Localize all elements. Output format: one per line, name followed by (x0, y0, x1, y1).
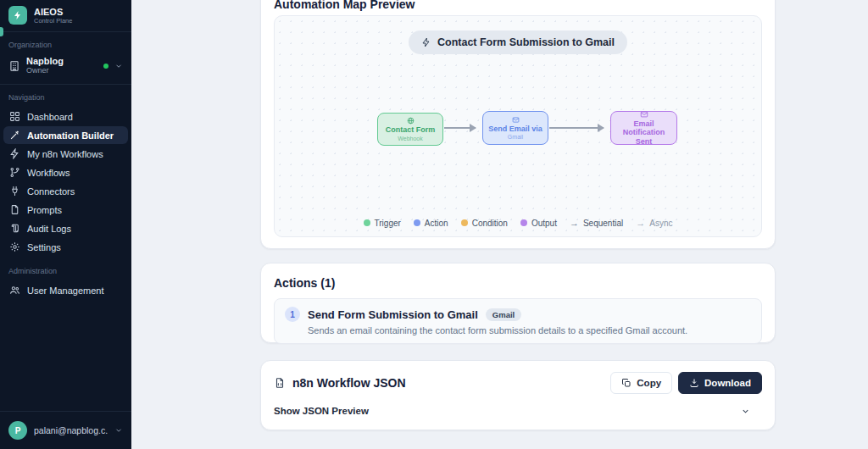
workflow-title: Contact Form Submission to Gmail (437, 36, 615, 48)
plug-icon (9, 186, 20, 197)
chevron-down-icon (114, 426, 123, 435)
node-subtitle: Gmail (508, 134, 523, 140)
zap-icon (9, 148, 20, 159)
legend: Trigger Action Condition Output →Sequent… (275, 218, 761, 228)
sidebar-item-my-n8n-workflows[interactable]: My n8n Workflows (3, 145, 128, 163)
arrow-icon: → (636, 218, 645, 228)
json-preview-toggle[interactable]: Show JSON Preview (274, 406, 762, 416)
sidebar-item-label: My n8n Workflows (27, 149, 103, 159)
sidebar-item-settings[interactable]: Settings (3, 238, 128, 256)
legend-action: Action (414, 219, 448, 228)
download-button[interactable]: Download (678, 372, 762, 394)
download-icon (689, 378, 699, 388)
user-email: palani@napblog.c... (34, 425, 108, 435)
mail-icon (512, 116, 520, 124)
page-title: Automation Map Preview (274, 0, 762, 11)
sidebar-item-label: Workflows (27, 168, 70, 178)
zap-icon (13, 10, 23, 20)
legend-label: Sequential (583, 219, 623, 228)
sidebar-item-audit-logs[interactable]: Audit Logs (3, 219, 128, 237)
sidebar-item-label: User Management (27, 285, 104, 296)
edge-arrow (444, 127, 476, 129)
node-title: Contact Form (386, 125, 436, 135)
sidebar-item-connectors[interactable]: Connectors (3, 182, 128, 200)
building-icon (8, 60, 20, 72)
map-canvas: Contact Form Submission to Gmail Contact… (274, 15, 762, 237)
node-send-email[interactable]: Send Email via Gmail (482, 111, 548, 145)
json-preview-label: Show JSON Preview (274, 406, 369, 416)
legend-output: Output (520, 219, 557, 228)
administration-section-label: Administration (0, 258, 131, 279)
brand-subtitle: Control Plane (34, 17, 72, 25)
automation-map-card: Automation Map Preview Contact Form Subm… (260, 0, 776, 249)
legend-label: Action (425, 219, 448, 228)
sidebar: AIEOS Control Plane Organization Napblog… (0, 0, 131, 449)
node-subtitle: Webhook (398, 136, 422, 141)
user-menu[interactable]: P palani@napblog.c... (0, 411, 131, 449)
nav-list: Dashboard Automation Builder My n8n Work… (0, 105, 131, 258)
organization-name: Napblog (26, 56, 64, 66)
node-email-notification[interactable]: Email Notification Sent (610, 111, 677, 145)
avatar: P (8, 421, 27, 440)
sidebar-item-label: Dashboard (27, 112, 73, 122)
branch-icon (9, 167, 20, 178)
node-contact-form[interactable]: Contact Form Webhook (377, 113, 443, 146)
copy-icon (621, 378, 632, 388)
action-service-badge: Gmail (486, 308, 521, 321)
sidebar-item-label: Prompts (27, 205, 62, 215)
organization-switcher[interactable]: Napblog Owner (0, 53, 131, 85)
gear-icon (9, 241, 20, 252)
legend-label: Output (531, 219, 557, 228)
organization-role: Owner (26, 66, 64, 75)
node-title: Send Email via (488, 125, 542, 134)
legend-condition: Condition (461, 219, 508, 228)
sidebar-item-prompts[interactable]: Prompts (3, 201, 128, 219)
zap-icon (421, 37, 431, 47)
mail-icon (640, 110, 648, 119)
action-description: Sends an email containing the contact fo… (308, 325, 751, 335)
json-file-icon (274, 377, 286, 389)
output-dot (520, 219, 527, 226)
organization-section-label: Organization (0, 32, 131, 53)
file-icon (9, 204, 20, 215)
sidebar-item-label: Audit Logs (27, 224, 71, 234)
json-section-title: n8n Workflow JSON (292, 376, 406, 390)
action-list-item[interactable]: 1 Send Form Submission to Gmail Gmail Se… (274, 298, 762, 344)
sidebar-item-automation-builder[interactable]: Automation Builder (3, 126, 128, 144)
globe-icon (407, 117, 415, 125)
node-title: Email Notification Sent (615, 119, 673, 147)
arrow-icon: → (570, 218, 579, 228)
sidebar-item-workflows[interactable]: Workflows (3, 164, 128, 181)
admin-list: User Management (0, 279, 131, 302)
legend-label: Condition (472, 219, 508, 228)
workflow-title-pill[interactable]: Contact Form Submission to Gmail (409, 30, 627, 54)
sidebar-accent (0, 27, 3, 36)
sidebar-item-dashboard[interactable]: Dashboard (3, 108, 128, 125)
condition-dot (461, 219, 468, 226)
legend-sequential: →Sequential (570, 218, 623, 228)
edge-arrow (549, 127, 604, 129)
chevron-down-icon (114, 62, 123, 70)
action-number-badge: 1 (285, 307, 300, 322)
status-dot (103, 64, 108, 69)
sidebar-item-label: Automation Builder (27, 130, 114, 141)
trigger-dot (364, 219, 370, 226)
sidebar-item-label: Connectors (27, 186, 75, 197)
wand-icon (9, 130, 20, 141)
brand-header: AIEOS Control Plane (0, 0, 131, 32)
chevron-down-icon (741, 407, 750, 416)
copy-label: Copy (637, 378, 661, 388)
actions-title: Actions (1) (274, 276, 762, 290)
action-title: Send Form Submission to Gmail (308, 308, 478, 321)
workflow-json-card: n8n Workflow JSON Copy Download Show JSO… (260, 360, 776, 430)
actions-card: Actions (1) 1 Send Form Submission to Gm… (260, 263, 776, 343)
scroll-icon (9, 223, 20, 234)
legend-async: →Async (636, 218, 672, 228)
users-icon (9, 285, 20, 296)
grid-icon (9, 111, 20, 122)
copy-button[interactable]: Copy (610, 372, 672, 394)
sidebar-item-user-management[interactable]: User Management (3, 281, 128, 299)
legend-label: Trigger (375, 219, 401, 228)
brand-logo (8, 6, 27, 25)
brand-name: AIEOS (34, 7, 72, 17)
